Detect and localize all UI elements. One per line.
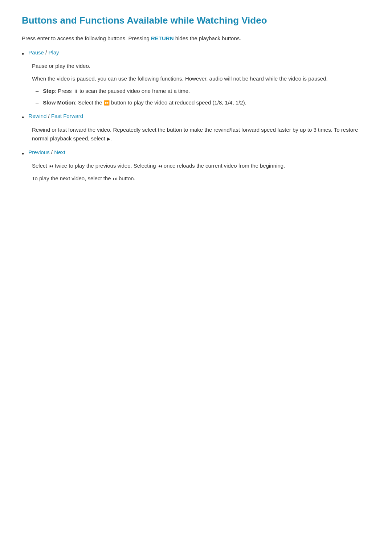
bullet-dot: •	[22, 50, 24, 59]
functions-list: • Pause / Play Pause or play the video. …	[22, 49, 370, 183]
play-label: Play	[48, 49, 59, 56]
step-term: Step	[43, 88, 55, 94]
rewind-label: Rewind	[28, 113, 46, 119]
pause-play-label: Pause / Play	[28, 49, 59, 56]
list-item-rewind-ff: • Rewind / Fast Forward Rewind or fast f…	[22, 113, 370, 143]
bullet-dot-2: •	[22, 113, 24, 122]
pause-sublist: – Step: Press ⏸ to scan the paused video…	[36, 87, 370, 107]
pause-play-content: Pause or play the video. When the video …	[22, 62, 370, 107]
return-keyword: RETURN	[151, 35, 174, 41]
previous-next-para-2: To play the next video, select the ⏭ but…	[32, 174, 370, 183]
rewind-ff-para: Rewind or fast forward the video. Repeat…	[32, 126, 370, 144]
next-label: Next	[54, 149, 65, 155]
previous-next-para-1: Select ⏮ twice to play the previous vide…	[32, 161, 370, 171]
intro-paragraph: Press enter to access the following butt…	[22, 34, 370, 43]
sub-dash-2: –	[36, 98, 38, 107]
previous-next-label: Previous / Next	[28, 149, 65, 155]
intro-text-before: Press enter to access the following butt…	[22, 35, 151, 41]
previous-label: Previous	[28, 149, 49, 155]
slow-motion-item: – Slow Motion: Select the ⏩ button to pl…	[36, 98, 370, 107]
page-title: Buttons and Functions Available while Wa…	[22, 15, 370, 27]
rewind-ff-content: Rewind or fast forward the video. Repeat…	[22, 126, 370, 144]
rewind-ff-label: Rewind / Fast Forward	[28, 113, 83, 119]
list-item-previous-next: • Previous / Next Select ⏮ twice to play…	[22, 149, 370, 183]
list-item-pause-play: • Pause / Play Pause or play the video. …	[22, 49, 370, 107]
next-icon: ⏭	[113, 176, 117, 181]
sub-dash-1: –	[36, 87, 38, 95]
pause-play-para-1: Pause or play the video.	[32, 62, 370, 71]
bullet-dot-3: •	[22, 149, 24, 159]
fast-forward-label: Fast Forward	[51, 113, 83, 119]
intro-text-after: hides the playback buttons.	[174, 35, 241, 41]
previous-next-content: Select ⏮ twice to play the previous vide…	[22, 161, 370, 183]
play-icon: ▶	[107, 136, 110, 142]
slow-motion-text: Slow Motion: Select the ⏩ button to play…	[43, 98, 246, 107]
step-item: – Step: Press ⏸ to scan the paused video…	[36, 87, 370, 95]
pause-label: Pause	[28, 49, 44, 56]
previous-icon-2: ⏮	[158, 164, 162, 169]
pause-icon: ⏸	[73, 89, 78, 94]
separator: /	[44, 49, 49, 56]
separator-2: /	[46, 113, 51, 119]
slow-motion-term: Slow Motion	[43, 99, 75, 106]
step-text: Step: Press ⏸ to scan the paused video o…	[43, 87, 190, 95]
fast-forward-icon: ⏩	[104, 100, 110, 106]
previous-icon: ⏮	[49, 164, 53, 169]
separator-3: /	[50, 149, 54, 155]
pause-play-para-2: When the video is paused, you can use th…	[32, 74, 370, 83]
